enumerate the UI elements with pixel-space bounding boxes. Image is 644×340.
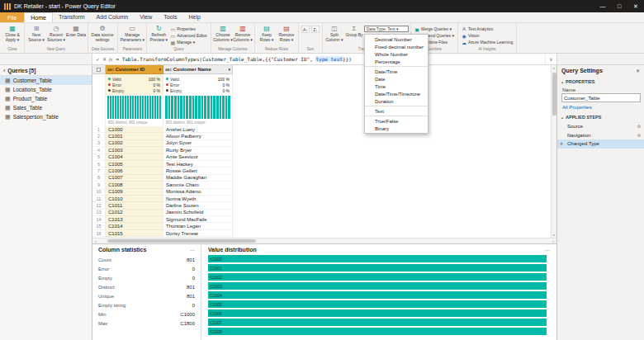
refresh-preview-button[interactable]: ↻ Refresh Preview ▾ [149, 24, 168, 46]
vertical-scrollbar[interactable]: ∧ ∨ [551, 65, 556, 238]
query-item-locations-table[interactable]: ▦Locations_Table [0, 85, 92, 94]
filter-icon[interactable]: ▾ [228, 67, 230, 72]
applied-step-source[interactable]: Source⚙ [557, 122, 644, 131]
row-number[interactable]: 7 [92, 168, 106, 174]
cell-customer-name[interactable]: Test Hackey [163, 161, 233, 168]
sort-ascending-button[interactable]: A↓ [301, 26, 310, 33]
collapse-queries-icon[interactable]: ‹ [3, 68, 5, 73]
cell-customer-name[interactable]: Amie Seeviour [163, 154, 233, 161]
close-window-button[interactable]: ✕ [627, 0, 644, 12]
row-number[interactable]: 10 [92, 189, 106, 196]
cell-customer-id[interactable]: C1010 [106, 196, 163, 202]
menu-item-true-false[interactable]: True/False [365, 117, 428, 125]
cell-customer-name[interactable]: Sammie Cham [163, 182, 233, 188]
row-number[interactable]: 13 [92, 210, 106, 216]
column-header-customer-name[interactable]: ABC Customer Name ▾ [163, 65, 233, 74]
cell-customer-name[interactable]: Maddie Gavaghan [163, 175, 233, 182]
value-bar[interactable]: C1003 [208, 282, 547, 290]
step-settings-icon[interactable]: ⚙ [637, 124, 641, 129]
cell-customer-id[interactable]: C1008 [106, 182, 163, 188]
row-number[interactable]: 9 [92, 182, 106, 188]
cell-customer-id[interactable]: C1004 [106, 154, 163, 161]
cell-customer-id[interactable]: C1001 [106, 133, 163, 139]
remove-columns-button[interactable]: ▥ Remove Columns ▾ [233, 24, 253, 46]
manage-button[interactable]: ▦ Manage ▾ [168, 39, 209, 45]
formula-input[interactable]: = Table.TransformColumnTypes(Customer_Ta… [116, 54, 545, 64]
cell-customer-id[interactable]: C1002 [106, 140, 163, 147]
tab-transform[interactable]: Transform [53, 12, 91, 22]
row-number[interactable]: 1 [92, 126, 106, 133]
row-number[interactable]: 16 [92, 230, 106, 237]
row-number[interactable]: 11 [92, 196, 106, 202]
recent-sources-button[interactable]: ◷ Recent Sources ▾ [46, 24, 66, 46]
filter-icon[interactable]: ▾ [159, 67, 161, 72]
query-item-salesperson-table[interactable]: ▦Salesperson_Table [0, 112, 92, 121]
cell-customer-name[interactable]: Darline Souten [163, 202, 233, 209]
menu-item-time[interactable]: Time [365, 83, 428, 90]
value-bar[interactable]: C1006 [208, 309, 547, 317]
menu-item-percentage[interactable]: Percentage [365, 58, 428, 65]
menu-item-fixed-decimal-number[interactable]: Fixed decimal number [365, 43, 428, 50]
tab-home[interactable]: Home [24, 12, 53, 22]
row-number[interactable]: 15 [92, 223, 106, 229]
value-bar[interactable]: C1005 [208, 300, 547, 308]
menu-item-date-time[interactable]: Date/Time [365, 68, 428, 75]
cell-customer-id[interactable]: C1013 [106, 216, 163, 223]
commit-formula-icon[interactable]: ✓ [96, 56, 100, 62]
scroll-right-icon[interactable]: › [550, 238, 556, 243]
tab-file[interactable]: File [0, 12, 24, 22]
scroll-up-icon[interactable]: ∧ [553, 65, 556, 71]
keep-rows-button[interactable]: ▤ Keep Rows ▾ [257, 24, 277, 46]
menu-item-decimal-number[interactable]: Decimal Number [365, 35, 428, 43]
cell-customer-name[interactable]: Anshet Luety [163, 126, 233, 133]
cell-customer-name[interactable]: Monissa Adamo [163, 189, 233, 196]
row-number[interactable]: 5 [92, 154, 106, 161]
cell-customer-name[interactable]: Rossie Gellert [163, 168, 233, 174]
tab-add-column[interactable]: Add Column [91, 12, 135, 22]
merge-queries-button[interactable]: ▣ Merge Queries ▾ [413, 26, 456, 32]
sort-descending-button[interactable]: Z↓ [311, 26, 320, 33]
delete-step-icon[interactable]: ✕ [560, 141, 563, 146]
cell-customer-name[interactable]: Norina Wyeth [163, 196, 233, 202]
query-item-customer-table[interactable]: ▦Customer_Table [0, 76, 92, 85]
group-by-button[interactable]: Σ Group By [344, 24, 364, 46]
text-analytics-button[interactable]: A Text Analytics [460, 26, 514, 32]
cell-customer-name[interactable]: Sigmund MacFaile [163, 216, 233, 223]
row-number[interactable]: 2 [92, 133, 106, 139]
split-column-button[interactable]: ◫ Split Column ▾ [324, 24, 344, 46]
cell-customer-id[interactable]: C1014 [106, 223, 163, 229]
new-source-button[interactable]: ⊞ New Source ▾ [26, 24, 46, 46]
value-bar[interactable]: C1002 [208, 273, 547, 281]
cell-customer-name[interactable]: Ruzty Bryer [163, 147, 233, 153]
row-number[interactable]: 3 [92, 140, 106, 147]
value-bar[interactable]: C1007 [208, 319, 547, 326]
properties-section-header[interactable]: ▴ PROPERTIES [557, 76, 644, 86]
row-number[interactable]: 14 [92, 216, 106, 223]
manage-parameters-button[interactable]: ▭ Manage Parameters ▾ [120, 24, 144, 46]
cell-customer-id[interactable]: C1009 [106, 189, 163, 196]
cell-customer-name[interactable]: Jasmin Schofield [163, 210, 233, 216]
row-number[interactable]: 8 [92, 175, 106, 182]
query-item-product-table[interactable]: ▦Product_Table [0, 94, 92, 103]
column-header-customer-id[interactable]: ABC Customer ID ▾ [106, 65, 163, 74]
choose-columns-button[interactable]: ▥ Choose Columns ▾ [213, 24, 233, 46]
menu-item-binary[interactable]: Binary [365, 125, 428, 132]
cell-customer-id[interactable]: C1005 [106, 161, 163, 168]
menu-item-date[interactable]: Date [365, 75, 428, 83]
query-name-input[interactable] [561, 93, 641, 102]
cancel-formula-icon[interactable]: ✕ [102, 56, 107, 62]
row-number[interactable]: 6 [92, 161, 106, 168]
enter-data-button[interactable]: ▦ Enter Data [66, 24, 86, 46]
menu-item-whole-number[interactable]: Whole Number [365, 50, 428, 58]
cell-customer-name[interactable]: Dorisy Trenear [163, 230, 233, 237]
applied-steps-section-header[interactable]: ▴ APPLIED STEPS [557, 111, 644, 121]
scroll-left-icon[interactable]: ‹ [92, 238, 99, 243]
minimize-button[interactable]: — [594, 0, 611, 12]
cell-customer-id[interactable]: C1015 [106, 230, 163, 237]
cell-customer-id[interactable]: C1003 [106, 147, 163, 153]
horizontal-scrollbar[interactable]: ‹ › [92, 238, 556, 243]
value-distribution-menu-icon[interactable]: ⋯ [545, 247, 550, 253]
cell-customer-id[interactable]: C1011 [106, 202, 163, 209]
column-statistics-menu-icon[interactable]: ⋯ [190, 247, 195, 253]
tab-view[interactable]: View [134, 12, 158, 22]
